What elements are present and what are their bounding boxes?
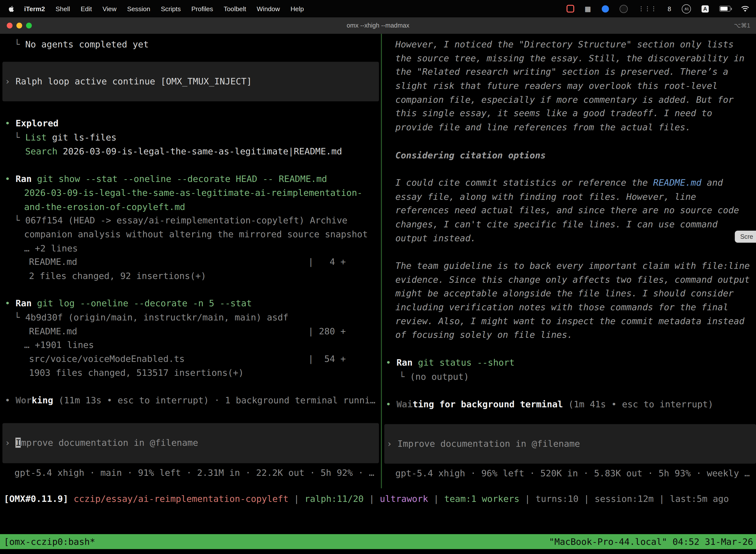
git-log-output-truncated: … +1901 lines	[0, 338, 381, 352]
tmux-status-bar: [omx-cczip0:bash* "MacBook-Pro-44.local"…	[0, 534, 756, 549]
thinking-line: essay file, along with finding root file…	[382, 190, 756, 204]
thinking-line: output instead.	[382, 231, 756, 245]
menu-item-toolbelt[interactable]: Toolbelt	[218, 5, 251, 12]
thinking-line: companion file, especially if more comme…	[382, 93, 756, 107]
window-title: omx --xhigh --madmax	[0, 17, 756, 34]
apple-icon	[8, 5, 15, 12]
omx-team: team:1 workers	[444, 494, 519, 504]
grid-app-icon[interactable]: ▦	[585, 5, 591, 12]
wifi-icon[interactable]	[741, 5, 749, 12]
tmux-session-name: [omx-cczip0:bash*	[4, 537, 95, 547]
thinking-line: provide file and line references from th…	[382, 121, 756, 134]
omx-session: session:12m	[594, 494, 653, 504]
thinking-line: might be acceptable alongside the file l…	[382, 287, 756, 300]
git-show-output-line: companion analysis without altering the …	[0, 228, 381, 241]
window-title-bar: omx --xhigh --madmax ⌥⌘1	[0, 17, 756, 34]
menu-item-view[interactable]: View	[97, 5, 122, 12]
tmux-pane-right[interactable]: However, I noticed the "Directory Struct…	[382, 34, 756, 488]
menu-item-edit[interactable]: Edit	[75, 5, 97, 12]
git-status-output-line: └ (no output)	[382, 370, 756, 384]
token-status-left: gpt-5.4 xhigh · main · 91% left · 2.31M …	[0, 466, 381, 480]
dark-app-icon[interactable]	[619, 4, 628, 13]
omx-ralph-counter: ralph:11/20	[305, 494, 364, 504]
thinking-line: the "Related research writing" section i…	[382, 65, 756, 79]
prompt-input-text[interactable]: › Improve documentation in @filename	[384, 437, 756, 451]
git-show-output-line: └ 067f154 (HEAD -> essay/ai-reimplementa…	[0, 214, 381, 228]
thinking-line: including verification notes with those …	[382, 300, 756, 315]
tab-shortcut-badge: ⌥⌘1	[734, 17, 750, 34]
thinking-line: I could cite commit statistics or refere…	[382, 176, 756, 190]
omx-mode: ultrawork	[380, 494, 428, 504]
readme-link[interactable]: README.md	[653, 177, 701, 188]
waiting-status-line: • Waiting for background terminal (1m 41…	[382, 398, 756, 411]
apple-menu[interactable]	[7, 5, 19, 12]
terminal-cursor: I	[16, 438, 21, 448]
ran-git-status-line: • Ran git status --short	[382, 356, 756, 370]
keypad-8-icon[interactable]: 8	[668, 5, 671, 12]
git-show-summary-line: 2 files changed, 92 insertions(+)	[0, 269, 381, 283]
ran-git-show-cont2: and-the-erosion-of-copyleft.md	[0, 200, 381, 214]
input-source-icon[interactable]: A	[701, 5, 709, 12]
ran-git-show-line: • Ran git show --stat --oneline --decora…	[0, 172, 381, 186]
menu-item-scripts[interactable]: Scripts	[155, 5, 186, 12]
menu-item-window[interactable]: Window	[252, 5, 285, 12]
menu-item-shell[interactable]: Shell	[50, 5, 75, 12]
menu-item-session[interactable]: Session	[122, 5, 155, 12]
explored-list-line: └ List git ls-files	[0, 131, 381, 145]
menu-item-profiles[interactable]: Profiles	[186, 5, 218, 12]
thinking-line: evidence. Since this change only affects…	[382, 273, 756, 287]
ran-git-show-cont1: 2026-03-09-is-legal-the-same-as-legitima…	[0, 186, 381, 200]
screen: iTerm2 Shell Edit View Session Scripts P…	[0, 0, 756, 554]
dots-grid-icon[interactable]: ⋮⋮⋮	[638, 5, 657, 12]
tmux-pane-left[interactable]: └ No agents completed yet › Ralph loop a…	[0, 34, 381, 488]
menu-bar-status-area: ▦ ⋮⋮⋮ 8 .61 A	[566, 4, 749, 13]
token-status-right: gpt-5.4 xhigh · 96% left · 520K in · 5.8…	[382, 466, 756, 481]
battery-icon[interactable]	[719, 6, 731, 11]
terminal-area: └ No agents completed yet › Ralph loop a…	[0, 34, 756, 554]
screen-recording-indicator-icon[interactable]	[566, 5, 574, 12]
prompt-input-right[interactable]: › Improve documentation in @filename	[384, 424, 756, 464]
git-log-summary-line: 1903 files changed, 513517 insertions(+)	[0, 366, 381, 380]
git-show-output-truncated: … +2 lines	[0, 241, 381, 256]
omx-last: last:5m ago	[670, 494, 729, 504]
thinking-line: The team guideline is to back every impo…	[382, 259, 756, 273]
thinking-line: However, I noticed the "Directory Struct…	[382, 38, 756, 52]
prompt-input-left[interactable]: › Improve documentation in @filename	[2, 423, 379, 463]
omx-turns: turns:10	[536, 494, 578, 504]
ralph-loop-text: › Ralph loop active continue [OMX_TMUX_I…	[2, 75, 379, 89]
ran-git-log-line: • Ran git log --oneline --decorate -n 5 …	[0, 297, 381, 311]
explored-search-line: Search 2026-03-09-is-legal-the-same-as-l…	[0, 145, 381, 159]
thinking-line: of focusing solely on file lines.	[382, 328, 756, 342]
explored-header-line: • Explored	[0, 117, 381, 131]
screen-share-notification[interactable]: Scre	[735, 231, 756, 243]
thinking-line: the source tree, missing the essay. Stil…	[382, 51, 756, 65]
thinking-heading: Considering citation options	[382, 149, 756, 162]
prompt-input-text[interactable]: › Improve documentation in @filename	[2, 436, 379, 450]
thinking-line: review. Also, I might want to inspect th…	[382, 315, 756, 328]
omx-status-line: [OMX#0.11.9] cczip/essay/ai-reimplementa…	[4, 492, 729, 506]
git-log-diffstat-line: src/voice/voiceModeEnabled.ts | 54 +	[0, 352, 381, 366]
menu-item-iterm2[interactable]: iTerm2	[19, 5, 50, 12]
thinking-line: changes, I can't cite specific file line…	[382, 218, 756, 232]
working-status-line: • Working (11m 13s • esc to interrupt) ·…	[0, 394, 381, 407]
agents-note-line: └ No agents completed yet	[0, 38, 381, 52]
thinking-line: slight risk that future readers may over…	[382, 79, 756, 93]
menu-bar: iTerm2 Shell Edit View Session Scripts P…	[0, 0, 756, 17]
tmux-host-clock: "MacBook-Pro-44.local" 04:52 31-Mar-26	[549, 537, 753, 547]
blue-app-icon[interactable]	[602, 5, 609, 12]
omx-branch: cczip/essay/ai-reimplementation-copyleft	[74, 494, 289, 504]
git-log-diffstat-line: README.md | 280 +	[0, 325, 381, 339]
thinking-line: references need actual files, and since …	[382, 204, 756, 218]
omx-version: [OMX#0.11.9]	[4, 494, 74, 504]
cpu-meter-icon[interactable]: .61	[682, 4, 691, 13]
ralph-loop-banner: › Ralph loop active continue [OMX_TMUX_I…	[2, 62, 379, 102]
menu-item-help[interactable]: Help	[285, 5, 309, 12]
thinking-line: this single essay, it seems like a good …	[382, 107, 756, 121]
git-log-output-line: └ 4b9d30f (origin/main, instructkr/main,…	[0, 311, 381, 325]
git-show-diffstat-line: README.md | 4 +	[0, 256, 381, 269]
